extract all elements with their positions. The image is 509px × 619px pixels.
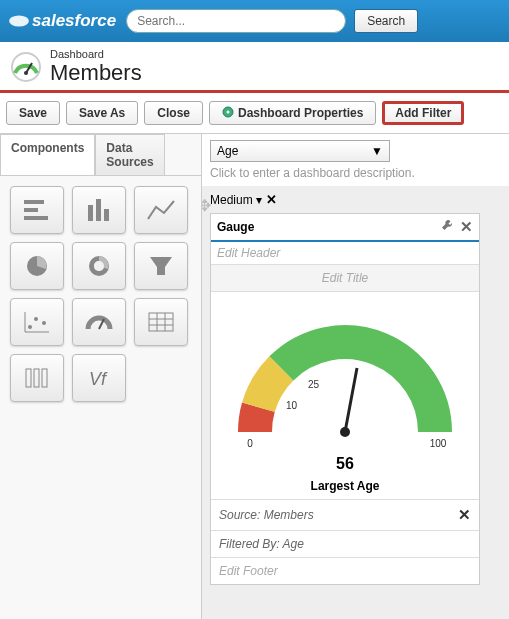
svg-line-36 bbox=[345, 368, 357, 432]
gauge-svg: 0 10 25 100 bbox=[220, 302, 470, 452]
svg-rect-23 bbox=[149, 313, 173, 331]
add-column-handle[interactable]: ✥ bbox=[202, 196, 211, 215]
svg-rect-9 bbox=[88, 205, 93, 221]
dashboard-gauge-icon bbox=[10, 51, 42, 83]
tab-components[interactable]: Components bbox=[0, 134, 95, 175]
pie-chart-icon[interactable] bbox=[10, 242, 64, 290]
svg-point-21 bbox=[42, 321, 46, 325]
column-size-dropdown[interactable]: Medium ▾ bbox=[210, 193, 262, 207]
line-chart-icon[interactable] bbox=[134, 186, 188, 234]
column-size-bar: Medium ▾ ✕ bbox=[210, 190, 501, 209]
dashboard-description-input[interactable]: Click to enter a dashboard description. bbox=[202, 164, 509, 186]
widget-header-input[interactable]: Edit Header bbox=[211, 242, 479, 264]
filter-row: Age ▼ bbox=[202, 134, 509, 164]
canvas-panel: Age ▼ Click to enter a dashboard descrip… bbox=[202, 134, 509, 619]
gauge-value: 56 bbox=[217, 455, 473, 473]
svg-rect-11 bbox=[104, 209, 109, 221]
bar-horizontal-icon[interactable] bbox=[10, 186, 64, 234]
close-widget-button[interactable]: ✕ bbox=[460, 218, 473, 236]
svg-text:Vf: Vf bbox=[89, 369, 108, 389]
svg-rect-30 bbox=[42, 369, 47, 387]
scatter-chart-icon[interactable] bbox=[10, 298, 64, 346]
dashboard-canvas: ✥ Medium ▾ ✕ Gauge ✕ Edit Header Edit Ti… bbox=[202, 186, 509, 619]
remove-column-button[interactable]: ✕ bbox=[266, 192, 277, 207]
svg-point-15 bbox=[94, 261, 104, 271]
main-area: Components Data Sources Vf Age ▼ Click t… bbox=[0, 134, 509, 619]
gauge-chart-icon[interactable] bbox=[72, 298, 126, 346]
save-as-button[interactable]: Save As bbox=[66, 101, 138, 125]
widget-filter-row: Filtered By: Age bbox=[211, 530, 479, 557]
svg-point-0 bbox=[9, 16, 29, 27]
column-table-icon[interactable] bbox=[10, 354, 64, 402]
svg-rect-6 bbox=[24, 200, 44, 204]
left-panel: Components Data Sources Vf bbox=[0, 134, 202, 619]
donut-chart-icon[interactable] bbox=[72, 242, 126, 290]
dashboard-properties-button[interactable]: Dashboard Properties bbox=[209, 101, 376, 125]
svg-text:10: 10 bbox=[286, 400, 298, 411]
svg-point-5 bbox=[226, 110, 229, 113]
salesforce-logo: salesforce bbox=[8, 11, 116, 31]
add-filter-button[interactable]: Add Filter bbox=[382, 101, 464, 125]
left-tabs: Components Data Sources bbox=[0, 134, 201, 176]
svg-rect-28 bbox=[26, 369, 31, 387]
vf-page-icon[interactable]: Vf bbox=[72, 354, 126, 402]
action-toolbar: Save Save As Close Dashboard Properties … bbox=[0, 93, 509, 134]
gear-icon bbox=[222, 106, 234, 121]
widget-title-input[interactable]: Edit Title bbox=[211, 264, 479, 292]
search-input[interactable] bbox=[126, 9, 346, 33]
svg-rect-7 bbox=[24, 208, 38, 212]
svg-point-20 bbox=[34, 317, 38, 321]
widget-type-label: Gauge bbox=[217, 220, 254, 234]
widget-source-row: Source: Members ✕ bbox=[211, 499, 479, 530]
filter-dropdown[interactable]: Age ▼ bbox=[210, 140, 390, 162]
widget-header: Gauge ✕ bbox=[211, 214, 479, 242]
gauge-chart: 0 10 25 100 56 Largest Age bbox=[211, 292, 479, 499]
bar-vertical-icon[interactable] bbox=[72, 186, 126, 234]
chevron-down-icon: ▼ bbox=[371, 144, 383, 158]
wrench-icon[interactable] bbox=[440, 218, 454, 236]
breadcrumb: Dashboard bbox=[50, 48, 142, 60]
svg-rect-10 bbox=[96, 199, 101, 221]
search-button[interactable]: Search bbox=[354, 9, 418, 33]
svg-text:0: 0 bbox=[247, 438, 253, 449]
svg-point-19 bbox=[28, 325, 32, 329]
svg-point-37 bbox=[340, 427, 350, 437]
component-palette: Vf bbox=[0, 176, 201, 412]
svg-point-3 bbox=[24, 71, 28, 75]
save-button[interactable]: Save bbox=[6, 101, 60, 125]
tab-data-sources[interactable]: Data Sources bbox=[95, 134, 164, 175]
gauge-widget: Gauge ✕ Edit Header Edit Title bbox=[210, 213, 480, 585]
remove-source-button[interactable]: ✕ bbox=[458, 506, 471, 524]
svg-rect-8 bbox=[24, 216, 48, 220]
global-search: Search bbox=[126, 9, 418, 33]
svg-text:100: 100 bbox=[430, 438, 447, 449]
global-header: salesforce Search bbox=[0, 0, 509, 42]
svg-marker-16 bbox=[150, 257, 172, 275]
page-header: Dashboard Members bbox=[0, 42, 509, 93]
svg-rect-29 bbox=[34, 369, 39, 387]
close-button[interactable]: Close bbox=[144, 101, 203, 125]
gauge-title: Largest Age bbox=[217, 479, 473, 493]
widget-footer-input[interactable]: Edit Footer bbox=[211, 557, 479, 584]
funnel-chart-icon[interactable] bbox=[134, 242, 188, 290]
svg-text:25: 25 bbox=[308, 379, 320, 390]
page-title: Members bbox=[50, 60, 142, 86]
table-icon[interactable] bbox=[134, 298, 188, 346]
